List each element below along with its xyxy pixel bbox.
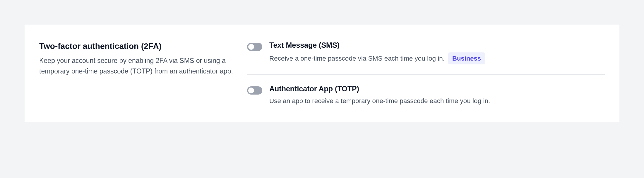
section-header: Two-factor authentication (2FA) Keep you… [39,41,247,106]
option-sms-description-line: Receive a one-time passcode via SMS each… [269,52,605,64]
option-totp-title: Authenticator App (TOTP) [269,85,605,93]
option-sms-description: Receive a one-time passcode via SMS each… [269,54,445,64]
options-list: Text Message (SMS) Receive a one-time pa… [247,41,605,106]
toggle-knob-icon [248,88,254,93]
toggle-totp[interactable] [247,86,262,95]
option-totp-body: Authenticator App (TOTP) Use an app to r… [269,85,605,106]
section-title: Two-factor authentication (2FA) [39,41,235,52]
two-factor-auth-card: Two-factor authentication (2FA) Keep you… [25,25,619,122]
option-sms: Text Message (SMS) Receive a one-time pa… [247,41,605,74]
option-sms-body: Text Message (SMS) Receive a one-time pa… [269,41,605,64]
section-description: Keep your account secure by enabling 2FA… [39,56,235,76]
option-totp: Authenticator App (TOTP) Use an app to r… [247,74,605,106]
business-badge: Business [448,52,485,64]
toggle-knob-icon [248,44,254,50]
option-sms-title: Text Message (SMS) [269,41,605,49]
option-totp-description: Use an app to receive a temporary one-ti… [269,96,490,106]
option-totp-description-line: Use an app to receive a temporary one-ti… [269,96,605,106]
toggle-sms[interactable] [247,43,262,51]
